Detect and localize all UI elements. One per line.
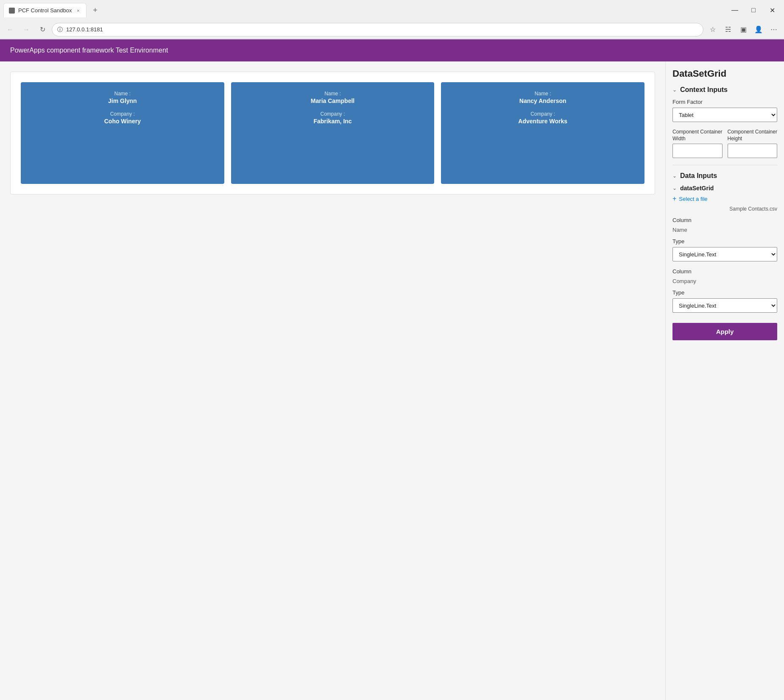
column1-label: Column bbox=[672, 217, 777, 223]
type2-label: Type bbox=[672, 289, 777, 296]
browser-chrome: PCF Control Sandbox × + — □ ✕ ← → ↻ ⓘ 12… bbox=[0, 0, 784, 39]
container-dims: Component Container Width Component Cont… bbox=[672, 129, 777, 158]
browser-titlebar: PCF Control Sandbox × + — □ ✕ bbox=[0, 0, 784, 20]
card1-company-label: Company : bbox=[110, 111, 135, 117]
contact-card-2[interactable]: Name : Maria Campbell Company : Fabrikam… bbox=[231, 82, 435, 184]
content-area: Name : Jim Glynn Company : Coho Winery N… bbox=[0, 61, 665, 700]
form-factor-select[interactable]: Tablet Phone Desktop bbox=[672, 108, 777, 122]
file-name: Sample Contacts.csv bbox=[672, 206, 777, 212]
context-inputs-chevron: ⌄ bbox=[672, 87, 677, 93]
container-height-label: Component Container Height bbox=[728, 129, 778, 142]
profile-icon[interactable]: 👤 bbox=[752, 23, 765, 36]
card1-name-label: Name : bbox=[114, 91, 131, 97]
close-button[interactable]: ✕ bbox=[764, 4, 781, 16]
collections-icon[interactable]: ▣ bbox=[737, 23, 750, 36]
banner-title: PowerApps component framework Test Envir… bbox=[10, 47, 168, 54]
address-bar[interactable]: ⓘ 127.0.0.1:8181 bbox=[52, 23, 703, 36]
data-inputs-header[interactable]: ⌄ Data Inputs bbox=[672, 172, 777, 180]
container-width-group: Component Container Width bbox=[672, 129, 723, 158]
browser-toolbar: ← → ↻ ⓘ 127.0.0.1:8181 ☆ ☵ ▣ 👤 ⋯ bbox=[0, 20, 784, 39]
minimize-button[interactable]: — bbox=[726, 4, 743, 16]
container-height-input[interactable] bbox=[728, 144, 778, 158]
card1-name-value: Jim Glynn bbox=[108, 97, 137, 104]
dataset-grid-header[interactable]: ⌄ dataSetGrid bbox=[672, 185, 777, 192]
container-height-group: Component Container Height bbox=[728, 129, 778, 158]
card3-company-label: Company : bbox=[530, 111, 555, 117]
tab-close-button[interactable]: × bbox=[75, 8, 81, 14]
column2-value: Company bbox=[672, 276, 777, 286]
info-icon: ⓘ bbox=[57, 26, 63, 33]
back-button[interactable]: ← bbox=[3, 23, 17, 36]
star-icon[interactable]: ☆ bbox=[706, 23, 720, 36]
browser-tab[interactable]: PCF Control Sandbox × bbox=[3, 3, 86, 17]
column1-section: Column Name Type SingleLine.Text Whole.N… bbox=[672, 217, 777, 261]
container-width-label: Component Container Width bbox=[672, 129, 723, 142]
dataset-grid-chevron: ⌄ bbox=[672, 185, 677, 191]
card3-company-value: Adventure Works bbox=[518, 118, 567, 125]
data-inputs-chevron: ⌄ bbox=[672, 173, 677, 179]
address-text: 127.0.0.1:8181 bbox=[66, 26, 103, 33]
column1-value: Name bbox=[672, 225, 777, 235]
window-controls: — □ ✕ bbox=[726, 4, 781, 16]
card3-name-label: Name : bbox=[535, 91, 551, 97]
new-tab-button[interactable]: + bbox=[89, 4, 101, 16]
type2-select[interactable]: SingleLine.Text Whole.None DateAndTime.D… bbox=[672, 298, 777, 313]
type1-label: Type bbox=[672, 238, 777, 244]
right-panel: DataSetGrid ⌄ Context Inputs Form Factor… bbox=[665, 61, 784, 700]
settings-icon[interactable]: ⋯ bbox=[767, 23, 781, 36]
select-file-label: Select a file bbox=[679, 196, 707, 202]
column2-section: Column Company Type SingleLine.Text Whol… bbox=[672, 268, 777, 313]
select-file-button[interactable]: + Select a file bbox=[672, 195, 777, 203]
form-factor-label: Form Factor bbox=[672, 99, 777, 105]
panel-title: DataSetGrid bbox=[672, 68, 777, 79]
contact-card-1[interactable]: Name : Jim Glynn Company : Coho Winery bbox=[21, 82, 224, 184]
container-width-input[interactable] bbox=[672, 144, 723, 158]
card2-company-value: Fabrikam, Inc bbox=[313, 118, 352, 125]
plus-icon: + bbox=[672, 195, 676, 203]
data-inputs-title: Data Inputs bbox=[680, 172, 717, 180]
app-banner: PowerApps component framework Test Envir… bbox=[0, 39, 784, 61]
forward-button[interactable]: → bbox=[20, 23, 33, 36]
main-layout: Name : Jim Glynn Company : Coho Winery N… bbox=[0, 61, 784, 700]
apply-button[interactable]: Apply bbox=[672, 323, 777, 340]
favorites-icon[interactable]: ☵ bbox=[721, 23, 735, 36]
card1-company-value: Coho Winery bbox=[104, 118, 141, 125]
tab-favicon bbox=[9, 8, 15, 14]
toolbar-icons: ☆ ☵ ▣ 👤 ⋯ bbox=[706, 23, 781, 36]
card2-name-value: Maria Campbell bbox=[311, 97, 354, 104]
form-factor-group: Form Factor Tablet Phone Desktop bbox=[672, 99, 777, 122]
type1-select[interactable]: SingleLine.Text Whole.None DateAndTime.D… bbox=[672, 247, 777, 261]
card2-company-label: Company : bbox=[320, 111, 345, 117]
maximize-button[interactable]: □ bbox=[745, 4, 762, 16]
dataset-grid-label: dataSetGrid bbox=[680, 185, 714, 192]
context-inputs-title: Context Inputs bbox=[680, 86, 728, 94]
context-inputs-header[interactable]: ⌄ Context Inputs bbox=[672, 86, 777, 94]
cards-container: Name : Jim Glynn Company : Coho Winery N… bbox=[10, 72, 655, 194]
card3-name-value: Nancy Anderson bbox=[519, 97, 566, 104]
contact-card-3[interactable]: Name : Nancy Anderson Company : Adventur… bbox=[441, 82, 644, 184]
refresh-button[interactable]: ↻ bbox=[36, 23, 49, 36]
column2-label: Column bbox=[672, 268, 777, 275]
card2-name-label: Name : bbox=[324, 91, 341, 97]
section-divider-1 bbox=[672, 165, 777, 165]
tab-title: PCF Control Sandbox bbox=[18, 7, 72, 14]
